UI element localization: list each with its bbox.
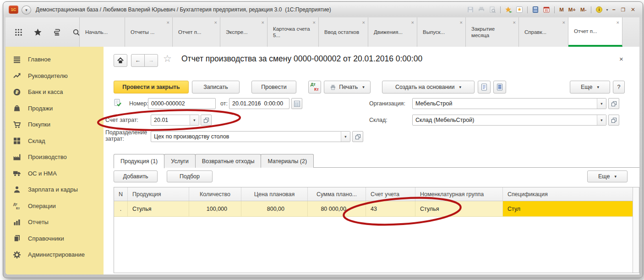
info-icon[interactable]: i — [595, 5, 603, 14]
add-favorite-star-icon[interactable] — [504, 5, 513, 14]
sidebar-item-directories[interactable]: Справочники — [5, 231, 104, 247]
tab-reports[interactable]: Отчеты ...× — [125, 17, 173, 47]
tab-close-icon[interactable]: × — [167, 20, 169, 25]
save-button[interactable]: Записать — [192, 81, 240, 93]
sum-cell[interactable]: 80 000,00 — [308, 201, 366, 216]
forward-button[interactable]: → — [144, 54, 158, 67]
tab-close-icon[interactable]: × — [411, 20, 414, 25]
tab-start-page[interactable]: Началь... — [79, 17, 125, 47]
date-field[interactable]: 20.01.2016 0:00:00 — [229, 98, 289, 109]
history-icon[interactable] — [52, 27, 61, 37]
tab-products[interactable]: Продукция (1) — [114, 154, 164, 168]
tab-close-icon[interactable]: × — [513, 20, 516, 25]
cost-account-field[interactable]: 20.01 ▾ — [151, 115, 199, 126]
sidebar-item-purchases[interactable]: Покупки — [5, 116, 104, 133]
specification-cell-selected[interactable]: Стул — [503, 201, 633, 216]
main-menu-icon[interactable] — [14, 27, 23, 37]
minimize-button[interactable]: − — [611, 6, 617, 13]
tab-report-2[interactable]: Отчет п...× — [173, 17, 220, 47]
pick-button[interactable]: Подбор — [167, 170, 213, 182]
dropdown-icon[interactable]: ▾ — [597, 115, 606, 125]
tab-services[interactable]: Услуги — [164, 154, 195, 168]
close-button[interactable]: ✕ — [629, 6, 637, 13]
memory-add-button[interactable]: M+ — [568, 7, 577, 12]
home-button[interactable] — [114, 54, 127, 67]
calendar-picker-button[interactable] — [291, 98, 302, 109]
create-based-on-button[interactable]: Создать на основании▾ — [382, 81, 475, 93]
tab-enter-balances[interactable]: Ввод остатков× — [319, 17, 368, 47]
account-cell[interactable]: 43 — [366, 201, 415, 216]
post-and-close-button[interactable]: Провести и закрыть — [114, 81, 189, 93]
sidebar-item-production[interactable]: Производство — [5, 149, 104, 165]
sidebar-item-fixed-assets[interactable]: ОС и НМА — [5, 165, 104, 182]
favorites-star-box-icon[interactable] — [515, 5, 524, 14]
tab-close-icon[interactable]: × — [313, 20, 316, 25]
print-button[interactable]: Печать▾ — [324, 81, 371, 93]
dt-kt-postings-button[interactable]: ДтКт — [308, 81, 321, 93]
sidebar-item-warehouse[interactable]: Склад — [5, 133, 104, 149]
tab-movements[interactable]: Движения...× — [368, 17, 417, 47]
sidebar-item-sales[interactable]: Продажи — [5, 100, 104, 117]
memory-subtract-button[interactable]: M- — [579, 7, 587, 12]
favorite-star-icon[interactable]: ☆ — [163, 53, 172, 64]
favorites-star-icon[interactable] — [33, 27, 42, 37]
add-row-button[interactable]: Добавить — [114, 170, 158, 182]
help-button[interactable]: ? — [613, 81, 625, 93]
calendar-icon[interactable]: 31 — [542, 5, 551, 14]
tab-returnable-waste[interactable]: Возвратные отходы — [195, 154, 262, 168]
row-marker-cell[interactable]: . — [114, 201, 128, 216]
sidebar-item-operations[interactable]: ДтКт Операции — [5, 198, 104, 214]
warehouse-field[interactable]: Склад (МебельСтрой) ▾ — [412, 115, 606, 126]
cost-account-open-button[interactable] — [201, 115, 212, 126]
calculator-icon[interactable] — [531, 5, 540, 14]
dropdown-icon[interactable]: ▾ — [341, 132, 350, 142]
sidebar-item-reports[interactable]: Отчеты — [5, 214, 104, 231]
price-cell[interactable]: 800,00 — [241, 201, 308, 216]
document-close-icon[interactable]: × — [619, 55, 623, 63]
tab-close-icon[interactable]: × — [562, 20, 565, 25]
nomenclature-group-cell[interactable]: Стулья — [415, 201, 503, 216]
sidebar-item-bank-cash[interactable]: ₽ Банк и касса — [5, 84, 104, 100]
sidebar-item-manager[interactable]: Руководителю — [5, 68, 104, 84]
tab-month-closing[interactable]: Закрытие месяца× — [466, 17, 519, 47]
tab-close-icon[interactable]: × — [362, 20, 365, 25]
tab-close-icon[interactable]: × — [617, 20, 619, 25]
table-vertical-scrollbar[interactable] — [633, 187, 639, 273]
tab-materials[interactable]: Материалы (2) — [261, 154, 314, 168]
sidebar-item-administration[interactable]: Администрирование — [5, 247, 104, 263]
number-field[interactable]: 0000-000002 — [148, 98, 216, 109]
tab-output[interactable]: Выпуск...× — [417, 17, 466, 47]
preview-icon[interactable] — [488, 5, 497, 14]
tab-close-icon[interactable]: × — [214, 20, 217, 25]
warehouse-open-button[interactable] — [608, 115, 619, 126]
save-icon[interactable] — [466, 5, 475, 14]
document-list-button[interactable] — [493, 81, 506, 93]
info-dropdown-icon[interactable]: ▾ — [606, 8, 608, 12]
tab-close-icon[interactable]: × — [262, 20, 264, 25]
organization-field[interactable]: МебельСтрой ▾ — [412, 98, 606, 109]
tab-production-report-active[interactable]: Отчет п...× — [568, 17, 622, 47]
dropdown-icon[interactable]: ▾ — [597, 99, 606, 109]
tab-account-card[interactable]: Карточка счета 5...× — [267, 17, 319, 47]
product-cell[interactable]: Стулья — [128, 201, 189, 216]
restore-button[interactable]: ❐ — [620, 7, 627, 12]
post-button[interactable]: Провести — [251, 81, 296, 93]
back-button[interactable]: ← — [131, 54, 145, 67]
system-menu-button[interactable]: ▾ — [22, 5, 31, 15]
sidebar-item-payroll-hr[interactable]: Зарплата и кадры — [5, 181, 104, 198]
memory-recall-button[interactable]: M — [558, 7, 565, 12]
tab-express[interactable]: Экспре...× — [220, 17, 267, 47]
dropdown-icon[interactable]: ▾ — [190, 115, 199, 125]
more-button[interactable]: Еще▾ — [570, 81, 610, 93]
department-open-button[interactable] — [352, 131, 363, 142]
document-structure-button[interactable] — [478, 81, 491, 93]
table-more-button[interactable]: Еще▾ — [587, 170, 628, 182]
sidebar-item-main[interactable]: Главное — [5, 51, 104, 68]
tab-close-icon[interactable]: × — [460, 20, 463, 25]
department-field[interactable]: Цех по производству столов ▾ — [151, 131, 350, 142]
quantity-cell[interactable]: 100,000 — [189, 201, 241, 216]
table-row[interactable]: . Стулья 100,000 800,00 80 000,00 43 Сту… — [114, 201, 639, 217]
tab-reference[interactable]: Справк...× — [519, 17, 568, 47]
organization-open-button[interactable] — [608, 98, 619, 109]
print-icon[interactable] — [477, 5, 486, 14]
